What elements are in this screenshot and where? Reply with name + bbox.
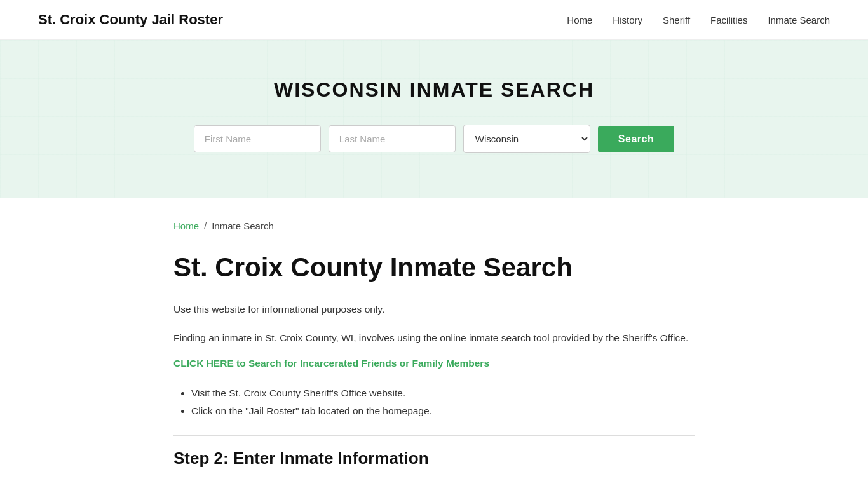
main-content: Home / Inmate Search St. Croix County In… bbox=[148, 198, 720, 488]
nav-home[interactable]: Home bbox=[567, 15, 592, 25]
search-form: AlabamaAlaskaArizonaArkansasCaliforniaCo… bbox=[13, 125, 855, 153]
hero-banner: WISCONSIN INMATE SEARCH AlabamaAlaskaAri… bbox=[0, 40, 868, 198]
nav-history[interactable]: History bbox=[613, 15, 642, 25]
main-nav: Home History Sheriff Facilities Inmate S… bbox=[567, 15, 830, 25]
state-select[interactable]: AlabamaAlaskaArizonaArkansasCaliforniaCo… bbox=[463, 125, 590, 153]
breadcrumb: Home / Inmate Search bbox=[173, 220, 695, 231]
breadcrumb-current: Inmate Search bbox=[212, 220, 274, 231]
breadcrumb-home-link[interactable]: Home bbox=[173, 220, 199, 231]
last-name-input[interactable] bbox=[329, 125, 456, 152]
nav-inmate-search[interactable]: Inmate Search bbox=[768, 15, 830, 25]
first-name-input[interactable] bbox=[194, 125, 321, 152]
site-logo[interactable]: St. Croix County Jail Roster bbox=[38, 11, 223, 28]
hero-title: WISCONSIN INMATE SEARCH bbox=[13, 78, 855, 102]
breadcrumb-separator: / bbox=[204, 220, 207, 231]
intro-paragraph-1: Use this website for informational purpo… bbox=[173, 301, 695, 318]
list-item: Click on the "Jail Roster" tab located o… bbox=[191, 402, 695, 420]
nav-sheriff[interactable]: Sheriff bbox=[663, 15, 690, 25]
step2-heading: Step 2: Enter Inmate Information bbox=[173, 449, 695, 468]
search-button[interactable]: Search bbox=[598, 126, 674, 152]
list-item: Visit the St. Croix County Sheriff's Off… bbox=[191, 384, 695, 402]
page-title: St. Croix County Inmate Search bbox=[173, 252, 695, 283]
site-header: St. Croix County Jail Roster Home Histor… bbox=[0, 0, 868, 40]
steps-list: Visit the St. Croix County Sheriff's Off… bbox=[191, 384, 695, 420]
cta-link[interactable]: CLICK HERE to Search for Incarcerated Fr… bbox=[173, 358, 489, 369]
section-divider bbox=[173, 435, 695, 436]
nav-facilities[interactable]: Facilities bbox=[710, 15, 747, 25]
intro-paragraph-2: Finding an inmate in St. Croix County, W… bbox=[173, 330, 695, 346]
